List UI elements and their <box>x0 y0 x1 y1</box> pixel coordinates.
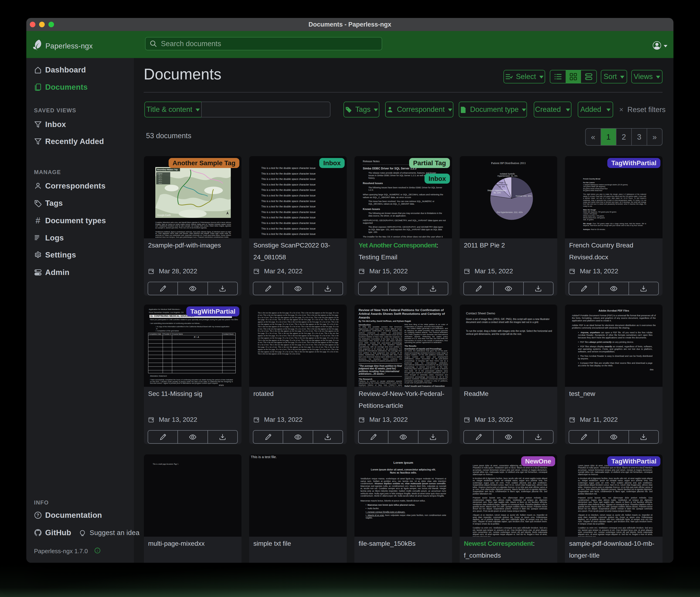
svg-text:Day 2: Day 2 <box>158 177 162 178</box>
svg-text:Pre-hypertension, 212, 42%: Pre-hypertension, 212, 42% <box>497 211 523 213</box>
svg-text:65, 13%: 65, 13% <box>494 192 501 194</box>
svg-text:Day 5: Day 5 <box>158 183 162 184</box>
svg-text:Stage 1 Hypertension,: Stage 1 Hypertension, <box>488 189 507 192</box>
svg-text:44, 9%: 44, 9% <box>499 186 505 188</box>
svg-text:N \ A: N \ A <box>194 336 199 338</box>
svg-text:Completion Date: Completion Date <box>149 333 161 335</box>
svg-text:Day 1: Day 1 <box>158 175 162 176</box>
svg-text:Hypertension, 31, 6%: Hypertension, 31, 6% <box>497 175 518 177</box>
svg-text:i: i <box>97 549 98 552</box>
svg-text:Day 4: Day 4 <box>158 181 162 182</box>
svg-text:Legend: Legend <box>157 173 162 175</box>
svg-text:?: ? <box>36 512 39 518</box>
svg-text:Course Name: Course Name <box>173 333 183 335</box>
svg-text:Google Earth: Google Earth <box>157 214 171 216</box>
svg-text:Boundary Waters Trip: Boundary Waters Trip <box>157 168 178 171</box>
svg-text:Normal 150, 30%: Normal 150, 30% <box>516 195 532 197</box>
svg-text:Provider #: Provider # <box>164 333 171 335</box>
svg-text:Contact Hours: Contact Hours <box>223 333 233 335</box>
svg-text:Day 3: Day 3 <box>158 179 162 181</box>
